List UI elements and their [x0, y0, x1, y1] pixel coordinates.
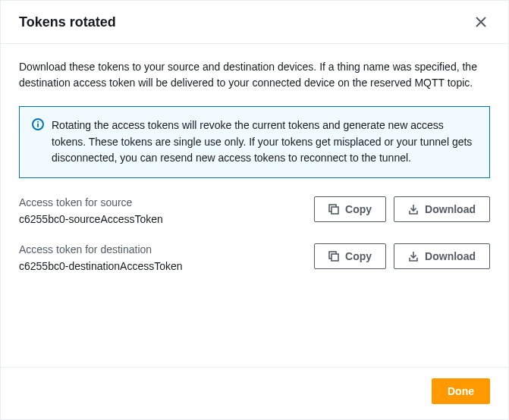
- dialog-content: Download these tokens to your source and…: [1, 44, 508, 367]
- copy-button-label: Copy: [345, 250, 372, 262]
- copy-icon: [328, 251, 339, 262]
- download-source-button[interactable]: Download: [394, 196, 490, 222]
- dialog-title: Tokens rotated: [19, 14, 116, 30]
- download-destination-button[interactable]: Download: [394, 243, 490, 269]
- svg-rect-6: [331, 254, 338, 261]
- download-button-label: Download: [425, 203, 476, 215]
- copy-destination-button[interactable]: Copy: [314, 243, 386, 269]
- download-button-label: Download: [425, 250, 476, 262]
- download-icon: [408, 251, 419, 262]
- destination-token-label: Access token for destination: [19, 243, 302, 255]
- dialog-header: Tokens rotated: [1, 1, 508, 44]
- destination-token-row: Access token for destination c6255bc0-de…: [19, 243, 490, 272]
- close-button[interactable]: [472, 13, 490, 31]
- copy-source-button[interactable]: Copy: [314, 196, 386, 222]
- info-alert: Rotating the access tokens will revoke t…: [19, 106, 490, 178]
- info-text: Rotating the access tokens will revoke t…: [52, 118, 477, 167]
- copy-icon: [328, 204, 339, 215]
- done-button[interactable]: Done: [432, 378, 490, 404]
- info-icon: [32, 118, 44, 167]
- dialog-footer: Done: [1, 367, 508, 419]
- source-token-info: Access token for source c6255bc0-sourceA…: [19, 196, 302, 225]
- destination-token-actions: Copy Download: [314, 243, 490, 269]
- svg-rect-4: [331, 207, 338, 214]
- source-token-value: c6255bc0-sourceAccessToken: [19, 213, 302, 225]
- destination-token-value: c6255bc0-destinationAccessToken: [19, 260, 302, 272]
- source-token-row: Access token for source c6255bc0-sourceA…: [19, 196, 490, 225]
- source-token-actions: Copy Download: [314, 196, 490, 222]
- download-icon: [408, 204, 419, 215]
- description-text: Download these tokens to your source and…: [19, 59, 490, 91]
- close-icon: [475, 16, 487, 28]
- copy-button-label: Copy: [345, 203, 372, 215]
- svg-point-1: [37, 121, 39, 123]
- source-token-label: Access token for source: [19, 196, 302, 208]
- destination-token-info: Access token for destination c6255bc0-de…: [19, 243, 302, 272]
- svg-rect-2: [37, 124, 39, 127]
- dialog: Tokens rotated Download these tokens to …: [0, 0, 509, 420]
